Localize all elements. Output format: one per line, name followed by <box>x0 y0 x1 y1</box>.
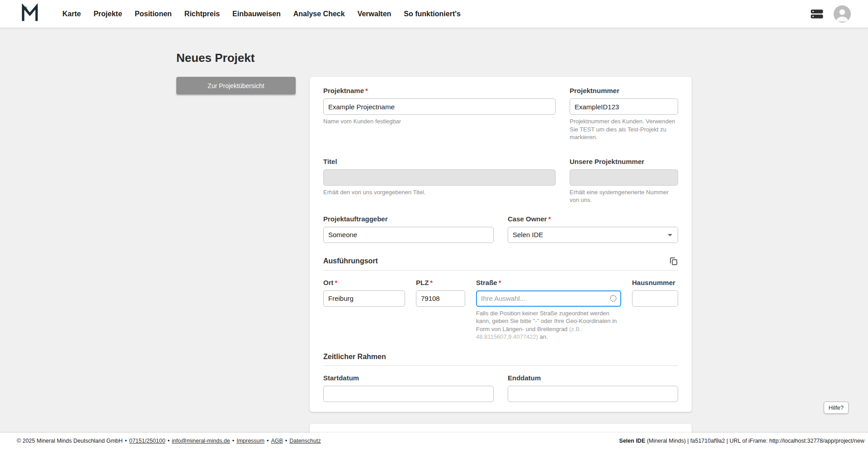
case-owner-label: Case Owner* <box>508 215 678 223</box>
field-titel: Titel Erhält den von uns vorgegebenen Ti… <box>323 158 556 204</box>
titel-input <box>323 169 556 186</box>
strasse-input[interactable] <box>476 290 621 307</box>
projektauftraggeber-input[interactable] <box>323 227 494 243</box>
field-enddatum: Enddatum <box>508 374 678 402</box>
projektname-input[interactable] <box>323 98 556 115</box>
nav-item-projekte[interactable]: Projekte <box>87 0 128 28</box>
nav-item-so-funktionierts[interactable]: So funktioniert's <box>397 0 467 28</box>
unsere-projektnummer-helper: Erhält eine systemgenerierte Nummer von … <box>570 188 678 204</box>
nav-item-analyse-check[interactable]: Analyse Check <box>287 0 351 28</box>
ausfuehrungsort-title: Ausführungsort <box>323 257 378 265</box>
plz-label: PLZ* <box>416 279 465 286</box>
footer-separator: • <box>285 438 287 444</box>
required-asterisk: * <box>365 87 368 94</box>
projektname-label: Projektname* <box>323 87 556 94</box>
section-zeitlicher-rahmen: Zeitlicher Rahmen <box>323 353 678 361</box>
field-case-owner: Case Owner* Selen IDE <box>508 215 678 243</box>
section-divider <box>323 365 678 366</box>
footer-link-email[interactable]: info@mineral-minds.de <box>172 438 230 444</box>
footer-session-info: Selen IDE (Mineral Minds) | fa51710af9a2… <box>619 438 864 444</box>
enddatum-input[interactable] <box>508 386 678 402</box>
required-asterisk: * <box>499 279 501 286</box>
footer-link-datenschutz[interactable]: Datenschutz <box>289 438 321 444</box>
footer-separator: • <box>125 438 127 444</box>
section-divider <box>323 270 678 271</box>
footer-link-agb[interactable]: AGB <box>271 438 283 444</box>
plz-input[interactable] <box>416 290 465 307</box>
startdatum-input[interactable] <box>323 386 494 402</box>
help-button[interactable]: Hilfe? <box>824 402 849 414</box>
nav-item-positionen[interactable]: Positionen <box>128 0 178 28</box>
required-asterisk: * <box>430 279 433 286</box>
field-hausnummer: Hausnummer <box>632 279 678 341</box>
footer-link-impressum[interactable]: Impressum <box>236 438 264 444</box>
field-projektnummer: Projektnummer Projektnummer des Kunden. … <box>570 87 678 141</box>
zeitlicher-rahmen-title: Zeitlicher Rahmen <box>323 353 386 361</box>
page-title: Neues Projekt <box>176 51 692 65</box>
nav-item-verwalten[interactable]: Verwalten <box>351 0 398 28</box>
nav-item-karte[interactable]: Karte <box>56 0 87 28</box>
titel-helper: Erhält den von uns vorgegebenen Titel. <box>323 188 556 196</box>
user-avatar[interactable] <box>834 5 851 23</box>
main-navigation: Karte Projekte Positionen Richtpreis Ein… <box>56 0 467 28</box>
footer: © 2025 Mineral Minds Deutschland GmbH • … <box>0 433 868 449</box>
page-content: Neues Projekt Zur Projektübersicht Proje… <box>176 28 692 449</box>
app-logo[interactable] <box>20 4 40 24</box>
person-icon <box>834 16 851 23</box>
field-strasse: Straße* Falls die Position keiner Straße… <box>476 279 621 341</box>
field-unsere-projektnummer: Unsere Projektnummer Erhält eine systemg… <box>570 158 678 204</box>
ort-label: Ort* <box>323 279 405 286</box>
hausnummer-input[interactable] <box>632 290 678 307</box>
footer-link-phone[interactable]: 07151/250100 <box>129 438 165 444</box>
projektnummer-label: Projektnummer <box>570 87 678 94</box>
footer-separator: • <box>232 438 234 444</box>
strasse-label: Straße* <box>476 279 621 286</box>
required-asterisk: * <box>548 215 551 223</box>
field-plz: PLZ* <box>416 279 465 341</box>
field-projektname: Projektname* Name vom Kunden festlegbar <box>323 87 556 141</box>
mineral-minds-m-logo-icon <box>20 4 39 24</box>
projektauftraggeber-label: Projektauftraggeber <box>323 215 494 223</box>
navbar-right <box>810 5 851 23</box>
required-asterisk: * <box>335 279 338 286</box>
unsere-projektnummer-label: Unsere Projektnummer <box>570 158 678 165</box>
chevron-down-icon <box>668 234 672 236</box>
content-copy-icon[interactable] <box>669 257 678 266</box>
ort-input[interactable] <box>323 290 405 307</box>
projektname-helper: Name vom Kunden festlegbar <box>323 117 556 126</box>
case-owner-selected-value: Selen IDE <box>513 231 543 239</box>
projektnummer-helper: Projektnummer des Kunden. Verwenden Sie … <box>570 117 678 141</box>
nav-item-einbauweisen[interactable]: Einbauweisen <box>226 0 287 28</box>
footer-left: © 2025 Mineral Minds Deutschland GmbH • … <box>17 438 321 444</box>
titel-label: Titel <box>323 158 556 165</box>
footer-copyright: © 2025 Mineral Minds Deutschland GmbH <box>17 438 123 444</box>
unsere-projektnummer-input <box>570 169 678 186</box>
loading-spinner-icon <box>610 295 617 302</box>
strasse-helper: Falls die Position keiner Straße zugeord… <box>476 309 621 341</box>
footer-separator: • <box>267 438 269 444</box>
projektnummer-input[interactable] <box>570 98 678 115</box>
enddatum-label: Enddatum <box>508 374 678 382</box>
project-overview-button[interactable]: Zur Projektübersicht <box>176 77 296 94</box>
field-startdatum: Startdatum <box>323 374 494 402</box>
footer-user-name: Selen IDE <box>619 438 646 444</box>
field-ort: Ort* <box>323 279 405 341</box>
field-projektauftraggeber: Projektauftraggeber <box>323 215 494 243</box>
footer-separator: • <box>168 438 170 444</box>
hausnummer-label: Hausnummer <box>632 279 678 286</box>
nav-item-richtpreis[interactable]: Richtpreis <box>178 0 226 28</box>
section-ausfuehrungsort: Ausführungsort <box>323 257 678 266</box>
server-icon[interactable] <box>810 9 824 19</box>
startdatum-label: Startdatum <box>323 374 494 382</box>
footer-user-details: (Mineral Minds) | fa51710af9a2 | URL of … <box>645 438 864 444</box>
case-owner-select[interactable]: Selen IDE <box>508 227 678 243</box>
project-form-card: Projektname* Name vom Kunden festlegbar … <box>310 77 692 412</box>
top-navbar: Karte Projekte Positionen Richtpreis Ein… <box>0 0 868 28</box>
